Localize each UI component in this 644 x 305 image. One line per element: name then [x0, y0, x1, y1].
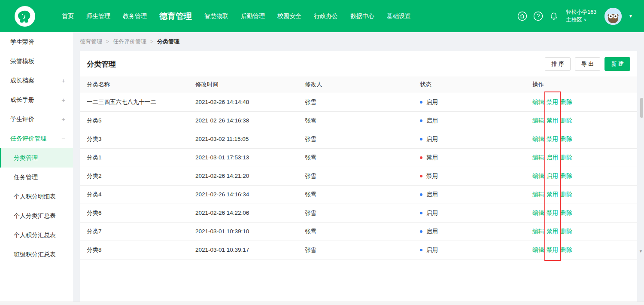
create-button[interactable]: 新 建 — [605, 57, 630, 71]
elephant-logo-icon — [17, 8, 33, 24]
avatar[interactable] — [605, 8, 622, 25]
sidebar-subitem[interactable]: 个人积分明细表 — [0, 187, 73, 206]
delete-link[interactable]: 删除 — [561, 247, 572, 253]
category-name-cell: 分类2 — [80, 167, 195, 185]
toggle-status-link[interactable]: 禁用 — [547, 99, 558, 105]
modified-time-cell: 2021-02-26 14:21:20 — [195, 167, 305, 185]
actions-cell: 编辑启用删除 — [532, 148, 637, 167]
breadcrumb-item[interactable]: 任务评价管理 — [113, 38, 146, 46]
nav-item[interactable]: 基础设置 — [387, 12, 411, 20]
chevron-down-icon: ∨ — [584, 17, 587, 23]
nav-item[interactable]: 师生管理 — [86, 12, 110, 20]
status-dot-icon — [420, 193, 422, 196]
edit-link[interactable]: 编辑 — [532, 191, 544, 198]
category-table: 分类名称修改时间修改人状态操作 一二三四五六七八九十一二2021-02-26 1… — [80, 76, 637, 259]
header-right: 轻松小学163 主校区 ∨ ▼ — [517, 8, 633, 25]
plus-icon[interactable]: + — [61, 77, 65, 84]
status-text: 启用 — [426, 191, 438, 198]
delete-link[interactable]: 删除 — [561, 173, 572, 179]
nav-item[interactable]: 教务管理 — [123, 12, 147, 20]
edit-link[interactable]: 编辑 — [532, 154, 544, 161]
delete-link[interactable]: 删除 — [561, 136, 572, 142]
sidebar-item-label: 荣誉模板 — [10, 58, 34, 65]
edit-link[interactable]: 编辑 — [532, 228, 544, 235]
plus-icon[interactable]: + — [61, 96, 65, 104]
delete-link[interactable]: 删除 — [561, 154, 572, 161]
sidebar-item[interactable]: 成长手册+ — [0, 90, 73, 110]
sidebar-item[interactable]: 学生评价+ — [0, 110, 73, 129]
edit-link[interactable]: 编辑 — [532, 136, 544, 142]
plus-icon[interactable]: + — [61, 116, 65, 123]
status-cell: 启用 — [420, 130, 532, 148]
sidebar-item[interactable]: 任务评价管理− — [0, 129, 73, 148]
sidebar-subitem[interactable]: 任务管理 — [0, 168, 73, 187]
nav-item[interactable]: 首页 — [62, 12, 74, 20]
edit-link[interactable]: 编辑 — [532, 99, 544, 105]
delete-link[interactable]: 删除 — [561, 191, 572, 198]
modified-time-cell: 2021-03-01 10:39:10 — [195, 222, 305, 241]
nav-item[interactable]: 德育管理 — [159, 11, 192, 22]
modifier-cell: 张雪 — [305, 167, 420, 185]
sidebar-subitem[interactable]: 个人分类汇总表 — [0, 206, 73, 226]
home-icon[interactable] — [517, 11, 527, 21]
export-button[interactable]: 导 出 — [575, 57, 601, 71]
toggle-status-link[interactable]: 禁用 — [547, 136, 558, 142]
top-nav: 首页师生管理教务管理德育管理智慧物联后勤管理校园安全行政办公数据中心基础设置 — [62, 11, 411, 22]
category-name-cell: 分类7 — [80, 222, 195, 241]
edit-link[interactable]: 编辑 — [532, 210, 544, 216]
bell-icon[interactable] — [549, 11, 559, 21]
table-column-header: 分类名称 — [80, 76, 195, 93]
sidebar-menu: 学生荣誉荣誉模板成长档案+成长手册+学生评价+任务评价管理−分类管理任务管理个人… — [0, 32, 73, 264]
help-icon[interactable] — [533, 11, 543, 21]
scroll-down-arrow-icon[interactable]: ▼ — [639, 249, 643, 253]
sidebar-subitem[interactable]: 班级积分汇总表 — [0, 245, 73, 264]
sort-button[interactable]: 排 序 — [545, 57, 571, 71]
delete-link[interactable]: 删除 — [561, 117, 572, 124]
nav-item[interactable]: 后勤管理 — [241, 12, 265, 20]
sidebar-subitem[interactable]: 分类管理 — [0, 148, 73, 168]
nav-item[interactable]: 智慧物联 — [204, 12, 228, 20]
breadcrumb-item[interactable]: 德育管理 — [80, 38, 102, 46]
edit-link[interactable]: 编辑 — [532, 173, 544, 179]
status-cell: 启用 — [420, 222, 532, 241]
toggle-status-link[interactable]: 启用 — [547, 154, 558, 161]
delete-link[interactable]: 删除 — [561, 228, 572, 235]
category-name-cell: 分类5 — [80, 111, 195, 130]
breadcrumb-separator: > — [150, 39, 153, 45]
user-dropdown-caret-icon[interactable]: ▼ — [629, 14, 633, 18]
sidebar-subitem[interactable]: 个人积分汇总表 — [0, 226, 73, 245]
status-dot-icon — [420, 175, 422, 177]
modified-time-cell: 2021-03-01 17:53:13 — [195, 148, 305, 167]
delete-link[interactable]: 删除 — [561, 210, 572, 216]
horizontal-scrollbar-track[interactable] — [0, 302, 644, 305]
toggle-status-link[interactable]: 禁用 — [547, 228, 558, 235]
modifier-cell: 张雪 — [305, 148, 420, 167]
school-name: 轻松小学163 — [566, 9, 596, 16]
vertical-scrollbar-thumb[interactable] — [640, 98, 643, 118]
nav-item[interactable]: 数据中心 — [350, 12, 374, 20]
delete-link[interactable]: 删除 — [561, 99, 572, 105]
modified-time-cell: 2021-03-01 10:39:17 — [195, 241, 305, 259]
minus-icon[interactable]: − — [61, 135, 65, 142]
toggle-status-link[interactable]: 禁用 — [547, 117, 558, 124]
toggle-status-link[interactable]: 启用 — [547, 173, 558, 179]
sidebar-item-label: 任务评价管理 — [10, 135, 46, 143]
breadcrumb: 德育管理>任务评价管理>分类管理 — [73, 32, 644, 51]
table-body: 一二三四五六七八九十一二2021-02-26 14:14:48张雪启用编辑禁用删… — [80, 93, 637, 259]
toggle-status-link[interactable]: 禁用 — [547, 247, 558, 253]
nav-item[interactable]: 校园安全 — [277, 12, 301, 20]
toggle-status-link[interactable]: 禁用 — [547, 191, 558, 198]
sidebar-item[interactable]: 学生荣誉 — [0, 32, 73, 52]
school-switcher[interactable]: 轻松小学163 主校区 ∨ — [566, 9, 596, 24]
modifier-cell: 张雪 — [305, 204, 420, 222]
actions-cell: 编辑禁用删除 — [532, 111, 637, 130]
table-row: 分类22021-02-26 14:21:20张雪禁用编辑启用删除 — [80, 167, 637, 185]
edit-link[interactable]: 编辑 — [532, 117, 544, 124]
campus-name: 主校区 — [566, 16, 582, 24]
page-title: 分类管理 — [87, 59, 116, 69]
nav-item[interactable]: 行政办公 — [314, 12, 338, 20]
sidebar-item[interactable]: 荣誉模板 — [0, 52, 73, 71]
edit-link[interactable]: 编辑 — [532, 247, 544, 253]
sidebar-item[interactable]: 成长档案+ — [0, 71, 73, 90]
toggle-status-link[interactable]: 禁用 — [547, 210, 558, 216]
